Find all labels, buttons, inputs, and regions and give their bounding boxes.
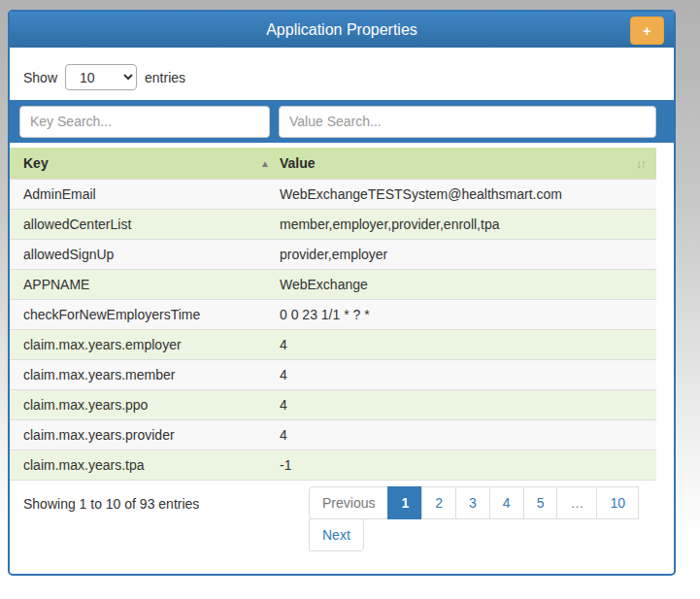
entries-label: entries bbox=[145, 70, 185, 85]
sort-both-icon: ↓↑ bbox=[636, 156, 649, 171]
pagination-page-1[interactable]: 1 bbox=[387, 486, 422, 519]
plus-icon: + bbox=[643, 22, 651, 39]
entries-length-control: Show 10 entries bbox=[23, 64, 185, 90]
pagination-page-2[interactable]: 2 bbox=[421, 486, 456, 519]
row-key: allowedCenterList bbox=[10, 216, 272, 232]
key-column-label: Key bbox=[23, 155, 49, 171]
pagination-page-5[interactable]: 5 bbox=[523, 486, 558, 519]
table-row[interactable]: claim.max.years.employer 4 bbox=[10, 329, 656, 359]
table-row[interactable]: claim.max.years.tpa -1 bbox=[10, 449, 656, 481]
row-key: claim.max.years.employer bbox=[10, 337, 272, 352]
row-key: APPNAME bbox=[10, 277, 272, 292]
column-header-value[interactable]: Value ↓↑ bbox=[272, 155, 656, 171]
row-value: WebExchange bbox=[272, 277, 656, 292]
table-row[interactable]: allowedCenterList member,employer,provid… bbox=[10, 209, 656, 239]
entries-per-page-select[interactable]: 10 bbox=[65, 64, 137, 90]
panel-body: Show 10 entries Key ▲ Value ↓↑ bbox=[10, 48, 674, 574]
show-label: Show bbox=[23, 70, 57, 85]
key-search-input[interactable] bbox=[19, 106, 270, 138]
row-key: AdminEmail bbox=[10, 186, 272, 202]
table-row[interactable]: claim.max.years.ppo 4 bbox=[10, 389, 656, 419]
table-row[interactable]: checkForNewEmployersTime 0 0 23 1/1 * ? … bbox=[10, 299, 656, 329]
row-value: member,employer,provider,enroll,tpa bbox=[272, 216, 656, 232]
sort-ascending-icon: ▲ bbox=[260, 158, 270, 169]
row-key: claim.max.years.member bbox=[10, 367, 272, 383]
pagination-ellipsis: … bbox=[556, 486, 597, 519]
search-filter-bar bbox=[10, 100, 674, 143]
row-key: checkForNewEmployersTime bbox=[10, 307, 272, 322]
table-header-row: Key ▲ Value ↓↑ bbox=[10, 148, 656, 179]
properties-table: Key ▲ Value ↓↑ AdminEmail WebExchangeTES… bbox=[10, 148, 656, 481]
table-row[interactable]: allowedSignUp provider,employer bbox=[10, 239, 656, 269]
pagination-row-1: Previous 1 2 3 4 5 … 10 bbox=[309, 486, 639, 519]
row-value: WebExchangeTESTSystem@healthsmart.com bbox=[272, 186, 656, 202]
pagination-page-10[interactable]: 10 bbox=[596, 486, 639, 519]
row-value: 4 bbox=[272, 397, 656, 413]
pagination-page-3[interactable]: 3 bbox=[455, 486, 490, 519]
application-properties-panel: Application Properties + Show 10 entries… bbox=[8, 10, 676, 576]
pagination: Previous 1 2 3 4 5 … 10 Next bbox=[309, 486, 639, 551]
pagination-row-2: Next bbox=[309, 518, 639, 551]
row-value: 4 bbox=[272, 337, 656, 352]
table-row[interactable]: claim.max.years.member 4 bbox=[10, 359, 656, 389]
row-value: 4 bbox=[272, 427, 656, 443]
pagination-page-4[interactable]: 4 bbox=[489, 486, 524, 519]
add-property-button[interactable]: + bbox=[630, 17, 664, 45]
row-key: claim.max.years.provider bbox=[10, 427, 272, 443]
row-value: 0 0 23 1/1 * ? * bbox=[272, 307, 656, 322]
page-title: Application Properties bbox=[266, 21, 417, 39]
row-value: 4 bbox=[272, 367, 656, 383]
row-key: claim.max.years.ppo bbox=[10, 397, 272, 413]
pagination-previous-button[interactable]: Previous bbox=[309, 486, 388, 519]
pagination-next-button[interactable]: Next bbox=[309, 518, 364, 551]
value-search-input[interactable] bbox=[279, 106, 656, 138]
row-key: allowedSignUp bbox=[10, 247, 272, 262]
row-value: provider,employer bbox=[272, 247, 656, 262]
panel-header: Application Properties + bbox=[10, 12, 674, 48]
row-key: claim.max.years.tpa bbox=[10, 457, 272, 473]
table-row[interactable]: claim.max.years.provider 4 bbox=[10, 419, 656, 449]
column-header-key[interactable]: Key ▲ bbox=[10, 155, 272, 171]
value-column-label: Value bbox=[280, 155, 316, 171]
table-info-text: Showing 1 to 10 of 93 entries bbox=[23, 496, 199, 512]
row-value: -1 bbox=[272, 457, 656, 473]
table-row[interactable]: APPNAME WebExchange bbox=[10, 269, 656, 299]
table-row[interactable]: AdminEmail WebExchangeTESTSystem@healths… bbox=[10, 179, 656, 209]
